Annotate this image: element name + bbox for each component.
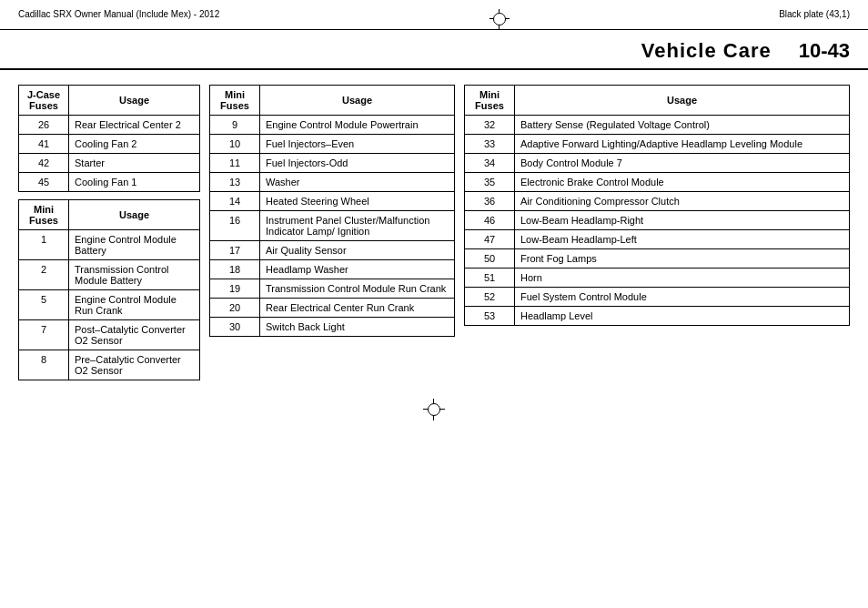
header-right: Black plate (43,1) — [779, 9, 850, 19]
jcase-table: J-CaseFuses Usage 26Rear Electrical Cent… — [18, 85, 200, 192]
page-title-bar: Vehicle Care 10-43 — [0, 34, 868, 70]
fuse-usage: Starter — [69, 154, 200, 173]
fuse-number: 13 — [210, 173, 260, 192]
table-row: 13Washer — [210, 173, 455, 192]
fuse-usage: Engine Control Module Powertrain — [260, 116, 455, 135]
table-row: 42Starter — [19, 154, 200, 173]
page-number: 10-43 — [799, 39, 850, 63]
fuse-number: 18 — [210, 260, 260, 279]
table-row: 5Engine Control Module Run Crank — [19, 290, 200, 320]
table-row: 26Rear Electrical Center 2 — [19, 116, 200, 135]
fuse-number: 42 — [19, 154, 69, 173]
table-row: 1Engine Control Module Battery — [19, 230, 200, 260]
jcase-header-fuses: J-CaseFuses — [19, 86, 69, 116]
crosshair-top — [490, 9, 510, 29]
mini-left-header-usage: Usage — [69, 200, 200, 230]
table-row: 2Transmission Control Module Battery — [19, 260, 200, 290]
fuse-usage: Air Quality Sensor — [260, 241, 455, 260]
section-title: Vehicle Care — [641, 39, 772, 63]
fuse-number: 52 — [465, 288, 515, 307]
fuse-number: 53 — [465, 307, 515, 326]
mini-mid-header-fuses: Mini Fuses — [210, 86, 260, 116]
table-row: 52Fuel System Control Module — [465, 288, 850, 307]
table-row: 10Fuel Injectors–Even — [210, 135, 455, 154]
fuse-usage: Air Conditioning Compressor Clutch — [515, 192, 850, 211]
mini-right-header-fuses: Mini Fuses — [465, 86, 515, 116]
fuse-usage: Headlamp Level — [515, 307, 850, 326]
fuse-usage: Body Control Module 7 — [515, 154, 850, 173]
fuse-number: 32 — [465, 116, 515, 135]
fuse-number: 34 — [465, 154, 515, 173]
mini-left-header-fuses: Mini Fuses — [19, 200, 69, 230]
page-footer — [0, 399, 868, 421]
fuse-number: 17 — [210, 241, 260, 260]
fuse-usage: Cooling Fan 2 — [69, 135, 200, 154]
fuse-number: 20 — [210, 299, 260, 318]
table-row: 16Instrument Panel Cluster/Malfunction I… — [210, 211, 455, 241]
mini-fuses-left-table: Mini Fuses Usage 1Engine Control Module … — [18, 199, 200, 380]
fuse-number: 9 — [210, 116, 260, 135]
fuse-number: 30 — [210, 318, 260, 337]
fuse-usage: Low-Beam Headlamp-Right — [515, 211, 850, 230]
table-row: 14Heated Steering Wheel — [210, 192, 455, 211]
header-center — [490, 9, 510, 29]
fuse-usage: Fuel Injectors-Odd — [260, 154, 455, 173]
table-row: 47Low-Beam Headlamp-Left — [465, 230, 850, 249]
fuse-number: 51 — [465, 269, 515, 288]
fuse-usage: Post–Catalytic Converter O2 Sensor — [69, 320, 200, 350]
middle-column: Mini Fuses Usage 9Engine Control Module … — [209, 85, 455, 380]
fuse-usage: Engine Control Module Run Crank — [69, 290, 200, 320]
fuse-usage: Electronic Brake Control Module — [515, 173, 850, 192]
fuse-usage: Headlamp Washer — [260, 260, 455, 279]
fuse-number: 50 — [465, 249, 515, 269]
table-row: 45Cooling Fan 1 — [19, 173, 200, 192]
fuse-number: 10 — [210, 135, 260, 154]
fuse-usage: Engine Control Module Battery — [69, 230, 200, 260]
fuse-usage: Horn — [515, 269, 850, 288]
fuse-number: 46 — [465, 211, 515, 230]
fuse-number: 11 — [210, 154, 260, 173]
fuse-usage: Instrument Panel Cluster/Malfunction Ind… — [260, 211, 455, 241]
table-row: 17Air Quality Sensor — [210, 241, 455, 260]
fuse-number: 33 — [465, 135, 515, 154]
fuse-usage: Transmission Control Module Battery — [69, 260, 200, 290]
table-row: 9Engine Control Module Powertrain — [210, 116, 455, 135]
fuse-number: 19 — [210, 279, 260, 299]
fuse-usage: Front Fog Lamps — [515, 249, 850, 269]
fuse-usage: Washer — [260, 173, 455, 192]
fuse-number: 26 — [19, 116, 69, 135]
table-row: 11Fuel Injectors-Odd — [210, 154, 455, 173]
fuse-number: 2 — [19, 260, 69, 290]
table-row: 35Electronic Brake Control Module — [465, 173, 850, 192]
fuse-usage: Transmission Control Module Run Crank — [260, 279, 455, 299]
fuse-usage: Pre–Catalytic Converter O2 Sensor — [69, 350, 200, 380]
table-row: 33Adaptive Forward Lighting/Adaptive Hea… — [465, 135, 850, 154]
table-row: 51Horn — [465, 269, 850, 288]
fuse-number: 47 — [465, 230, 515, 249]
mini-mid-header-usage: Usage — [260, 86, 455, 116]
content-area: J-CaseFuses Usage 26Rear Electrical Cent… — [0, 85, 868, 380]
fuse-number: 1 — [19, 230, 69, 260]
fuse-usage: Adaptive Forward Lighting/Adaptive Headl… — [515, 135, 850, 154]
fuse-number: 41 — [19, 135, 69, 154]
table-row: 36Air Conditioning Compressor Clutch — [465, 192, 850, 211]
fuse-usage: Low-Beam Headlamp-Left — [515, 230, 850, 249]
left-column: J-CaseFuses Usage 26Rear Electrical Cent… — [18, 85, 200, 380]
table-row: 19Transmission Control Module Run Crank — [210, 279, 455, 299]
mini-right-header-usage: Usage — [515, 86, 850, 116]
jcase-header-usage: Usage — [69, 86, 200, 116]
mini-fuses-middle-table: Mini Fuses Usage 9Engine Control Module … — [209, 85, 455, 337]
fuse-usage: Switch Back Light — [260, 318, 455, 337]
table-row: 46Low-Beam Headlamp-Right — [465, 211, 850, 230]
fuse-number: 14 — [210, 192, 260, 211]
fuse-number: 5 — [19, 290, 69, 320]
table-row: 7Post–Catalytic Converter O2 Sensor — [19, 320, 200, 350]
table-row: 32Battery Sense (Regulated Voltage Contr… — [465, 116, 850, 135]
fuse-usage: Heated Steering Wheel — [260, 192, 455, 211]
fuse-number: 16 — [210, 211, 260, 241]
fuse-usage: Battery Sense (Regulated Voltage Control… — [515, 116, 850, 135]
header-left: Cadillac SRX Owner Manual (Include Mex) … — [18, 9, 219, 19]
fuse-number: 36 — [465, 192, 515, 211]
table-row: 53Headlamp Level — [465, 307, 850, 326]
table-row: 20Rear Electrical Center Run Crank — [210, 299, 455, 318]
